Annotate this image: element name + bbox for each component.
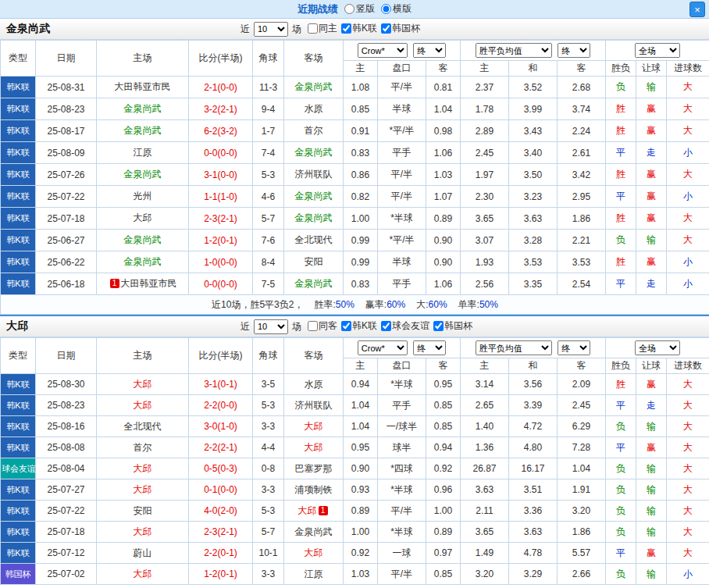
near-label: 近	[240, 320, 250, 333]
league-cell: 韩K联	[1, 479, 36, 501]
checkbox-input[interactable]	[341, 23, 351, 34]
match-count-select[interactable]: 10	[254, 22, 288, 37]
summary-stat-label: 单率:	[458, 299, 479, 310]
odds-away-cell: 0.94	[426, 437, 461, 458]
col-header-result-goals: 进球数	[667, 61, 709, 77]
layout-option-horizontal[interactable]: 横版	[381, 2, 412, 16]
odds-away-cell: 1.06	[426, 142, 461, 164]
odds-away-cell: 0.90	[426, 230, 461, 251]
match-row: 韩K联25-07-26金泉尚武3-1(0-0)5-3济州联队0.86平/半1.0…	[1, 164, 709, 186]
checkbox-input[interactable]	[433, 321, 444, 331]
odds-source-select[interactable]: Crow*	[358, 43, 408, 58]
filter-checkbox[interactable]: 韩K联	[341, 22, 377, 35]
odds-source-select[interactable]: Crow*	[358, 340, 408, 355]
vertical-radio[interactable]	[344, 4, 354, 14]
avg-away-cell: 1.04	[558, 458, 606, 479]
avg-draw-cell: 3.29	[509, 564, 558, 585]
team-header-bar: 大邱 近 10 场 同客韩K联球会友谊韩国杯	[0, 315, 709, 337]
league-cell: 韩K联	[1, 98, 36, 120]
avg-final-select[interactable]: 终	[558, 43, 590, 58]
odds-line-cell: 平手	[378, 395, 426, 416]
odds-home-cell: 1.04	[344, 395, 378, 416]
result-goals-cell: 小	[667, 186, 709, 208]
avg-home-cell: 1.40	[461, 416, 509, 437]
match-row: 球会友谊25-08-04大邱0-5(0-3)0-8巴塞罗那0.90*四球0.92…	[1, 458, 709, 479]
filter-checkbox[interactable]: 韩K联	[341, 319, 377, 333]
scope-select[interactable]: 全场	[635, 340, 680, 355]
team-name-text: 全北现代	[124, 421, 162, 432]
avg-away-cell: 6.29	[558, 416, 606, 437]
filter-checkbox[interactable]: 球会友谊	[381, 319, 429, 333]
result-wdl-cell: 负	[606, 416, 636, 437]
score-cell: 1-1(1-0)	[189, 186, 253, 208]
col-header-corner: 角球	[253, 41, 284, 77]
result-wdl-cell: 平	[606, 273, 636, 295]
avg-selects-cell: 胜平负均值 终	[461, 41, 606, 61]
avg-source-select[interactable]: 胜平负均值	[476, 43, 552, 58]
date-cell: 25-07-26	[36, 164, 97, 186]
result-handicap-cell: 走	[636, 142, 667, 164]
filter-checkboxes: 同客韩K联球会友谊韩国杯	[304, 319, 472, 333]
layout-option-vertical[interactable]: 竖版	[344, 2, 375, 16]
checkbox-input[interactable]	[308, 321, 318, 331]
home-team-cell: 金泉尚武	[97, 251, 189, 273]
col-header-type: 类型	[1, 338, 36, 374]
avg-away-cell: 3.42	[558, 164, 606, 186]
league-cell: 韩K联	[1, 77, 36, 98]
result-goals-cell: 大	[667, 501, 709, 522]
result-goals-cell: 大	[667, 458, 709, 479]
summary-cell: 近10场，胜5平3负2，胜率:50%赢率:60%大:60%单率:50%	[1, 295, 709, 315]
corners-cell: 5-3	[253, 164, 284, 186]
corners-cell: 8-4	[253, 251, 284, 273]
date-cell: 25-07-18	[36, 522, 97, 543]
odds-final-select[interactable]: 终	[413, 43, 446, 58]
away-team-cell: 金泉尚武	[284, 186, 344, 208]
league-cell: 韩K联	[1, 374, 36, 395]
corners-cell: 7-4	[253, 142, 284, 164]
team-name-text: 光州	[134, 191, 152, 201]
odds-final-select[interactable]: 终	[413, 340, 446, 355]
match-count-select[interactable]: 10	[254, 319, 288, 334]
away-team-cell: 大邱	[284, 543, 344, 564]
match-row: 韩K联25-07-27大邱0-1(0-0)3-3浦项制铁0.93*半球0.963…	[1, 479, 709, 501]
result-handicap-cell: 赢	[636, 437, 667, 458]
odds-away-cell: 0.96	[426, 479, 461, 501]
corners-cell: 5-7	[253, 208, 284, 230]
result-handicap-cell: 赢	[636, 164, 667, 186]
match-row: 韩K联25-07-18大邱2-3(2-1)5-7金泉尚武1.00*半球0.893…	[1, 522, 709, 543]
odds-line-cell: 平手	[378, 273, 426, 295]
summary-stat-value: 50%	[479, 299, 498, 310]
checkbox-input[interactable]	[381, 23, 391, 34]
filter-checkbox[interactable]: 同客	[308, 319, 337, 333]
league-cell: 韩国杯	[1, 564, 36, 585]
checkbox-input[interactable]	[381, 321, 391, 331]
col-header-away: 客场	[284, 41, 344, 77]
away-team-cell: 安阳	[284, 251, 344, 273]
avg-away-cell: 2.95	[558, 186, 606, 208]
scope-select[interactable]: 全场	[635, 43, 680, 58]
result-handicap-cell: 输	[636, 416, 667, 437]
avg-final-select[interactable]: 终	[558, 340, 590, 355]
avg-away-cell: 5.57	[558, 543, 606, 564]
close-button[interactable]: ×	[689, 2, 705, 17]
date-cell: 25-06-22	[36, 251, 97, 273]
avg-away-cell: 1.86	[558, 208, 606, 230]
filter-checkbox[interactable]: 韩国杯	[381, 22, 420, 35]
avg-away-cell: 2.68	[558, 77, 606, 98]
checkbox-input[interactable]	[341, 321, 351, 331]
team-section: 金泉尚武 近 10 场 同主韩K联韩国杯 类型 日期 主场 比分(半场) 角球 …	[0, 19, 709, 315]
date-cell: 25-08-04	[36, 458, 97, 479]
match-row: 韩K联25-08-30大邱3-1(0-1)3-5水原0.94*半球0.953.1…	[1, 374, 709, 395]
league-cell: 韩K联	[1, 416, 36, 437]
result-handicap-cell: 输	[636, 479, 667, 501]
games-label: 场	[292, 320, 301, 333]
team-name-text: 大邱	[298, 505, 317, 516]
avg-source-select[interactable]: 胜平负均值	[476, 340, 552, 355]
filter-checkbox[interactable]: 韩国杯	[433, 319, 472, 333]
away-team-cell: 金泉尚武	[284, 208, 344, 230]
checkbox-input[interactable]	[308, 23, 318, 34]
filter-checkbox[interactable]: 同主	[308, 22, 337, 35]
match-row: 韩K联25-08-23大邱2-2(0-0)5-3济州联队1.04平手0.852.…	[1, 395, 709, 416]
horizontal-radio[interactable]	[381, 4, 391, 14]
col-header-odds-home: 主	[344, 61, 378, 77]
